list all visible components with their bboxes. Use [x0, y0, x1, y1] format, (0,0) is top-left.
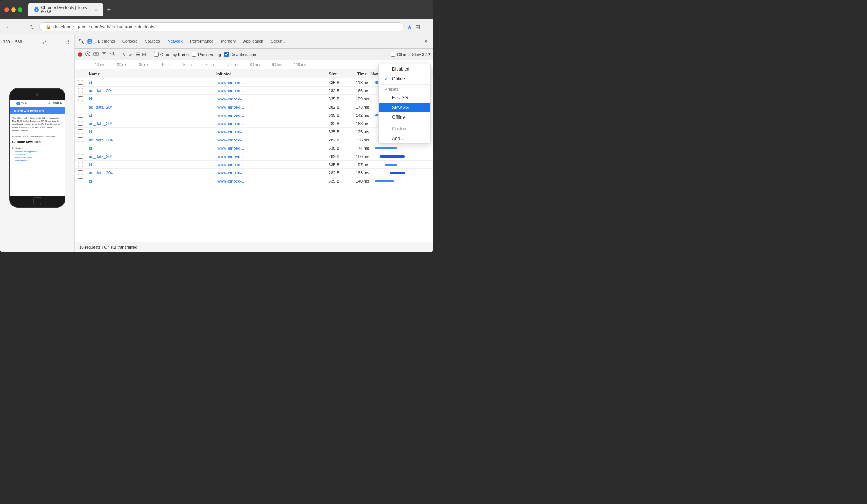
row-checkbox[interactable]: [75, 137, 86, 142]
row-initiator[interactable]: www-embed-…: [214, 130, 312, 134]
mobile-more-button[interactable]: ⋮: [66, 39, 71, 45]
tab-sources[interactable]: Sources: [141, 37, 164, 46]
group-by-frame-checkbox-label[interactable]: Group by frame: [154, 52, 189, 57]
timeline-mark-0: 10 ms: [89, 63, 111, 67]
row-initiator[interactable]: www-embed-…: [214, 171, 312, 175]
row-name[interactable]: ad_data_204: [86, 88, 214, 93]
menu-icon[interactable]: ⋮: [423, 24, 429, 31]
table-row[interactable]: id www-embed-… 635 B 74 ms: [75, 144, 434, 152]
maximize-traffic-light[interactable]: [18, 7, 22, 12]
active-tab[interactable]: G Chrome DevTools | Tools for W ×: [28, 3, 103, 16]
inspect-element-icon[interactable]: [78, 38, 85, 45]
address-bar[interactable]: 🔒 developers.google.com/web/tools/chrome…: [39, 22, 404, 31]
group-by-frame-checkbox[interactable]: [154, 52, 159, 57]
row-initiator[interactable]: www-embed-…: [214, 105, 312, 109]
row-name[interactable]: id: [86, 162, 214, 167]
clear-button[interactable]: [85, 51, 90, 57]
row-initiator[interactable]: www-embed-…: [214, 154, 312, 159]
disable-cache-checkbox-label[interactable]: Disable cache: [224, 52, 256, 57]
row-name[interactable]: ad_data_204: [86, 105, 214, 109]
screenshot-button[interactable]: [93, 51, 99, 57]
row-checkbox[interactable]: [75, 88, 86, 93]
table-row[interactable]: ad_data_204 www-embed-… 282 B 180 ms: [75, 152, 434, 161]
throttle-item-offline[interactable]: Offline: [379, 112, 430, 122]
minimize-traffic-light[interactable]: [11, 7, 16, 12]
row-name[interactable]: id: [86, 113, 214, 118]
tab-performance[interactable]: Performance: [186, 37, 217, 46]
row-checkbox[interactable]: [75, 129, 86, 134]
row-waterfall: [372, 144, 434, 152]
disable-cache-checkbox[interactable]: [224, 52, 229, 57]
row-checkbox[interactable]: [75, 146, 86, 150]
row-name[interactable]: id: [86, 130, 214, 134]
row-initiator[interactable]: www-embed-…: [214, 146, 312, 150]
tree-view-icon[interactable]: ⊞: [142, 52, 146, 57]
forward-button[interactable]: →: [16, 22, 25, 32]
bookmark-icon[interactable]: ★: [407, 24, 412, 31]
row-name[interactable]: ad_data_204: [86, 121, 214, 126]
record-button[interactable]: [78, 52, 82, 57]
header-size[interactable]: Size: [310, 72, 340, 76]
tab-close-button[interactable]: ×: [95, 8, 97, 12]
header-time[interactable]: Time: [340, 72, 370, 76]
row-checkbox[interactable]: [75, 96, 86, 101]
row-initiator[interactable]: www-embed-…: [214, 113, 312, 118]
table-row[interactable]: id www-embed-… 635 B 140 ms: [75, 177, 434, 185]
tab-elements[interactable]: Elements: [94, 37, 119, 46]
row-checkbox[interactable]: [75, 178, 86, 183]
row-initiator[interactable]: www-embed-…: [214, 179, 312, 183]
filter-button[interactable]: [102, 51, 107, 57]
table-row[interactable]: ad_data_204 www-embed-… 282 B 163 ms: [75, 169, 434, 177]
row-checkbox[interactable]: [75, 121, 86, 126]
row-checkbox[interactable]: [75, 162, 86, 167]
list-view-icon[interactable]: ☰: [136, 52, 140, 57]
offline-checkbox-label[interactable]: Offlin…: [391, 52, 410, 57]
preserve-log-checkbox[interactable]: [192, 52, 196, 57]
cast-icon[interactable]: ⊟: [415, 24, 420, 31]
offline-checkbox[interactable]: [391, 52, 395, 57]
tab-application[interactable]: Application: [240, 37, 267, 46]
row-initiator[interactable]: www-embed-…: [214, 97, 312, 101]
search-button[interactable]: [110, 51, 115, 57]
row-checkbox[interactable]: [75, 170, 86, 175]
row-checkbox[interactable]: [75, 154, 86, 159]
row-initiator[interactable]: www-embed-…: [214, 138, 312, 142]
close-traffic-light[interactable]: [4, 7, 9, 12]
preserve-log-checkbox-label[interactable]: Preserve log: [192, 52, 221, 57]
throttle-item-online[interactable]: ✓ Online: [379, 74, 430, 84]
row-name[interactable]: ad_data_204: [86, 138, 214, 142]
back-button[interactable]: ←: [4, 22, 13, 32]
tab-console[interactable]: Console: [119, 37, 141, 46]
row-name[interactable]: ad_data_204: [86, 171, 214, 175]
throttle-dropdown[interactable]: Slow 3G ▾: [412, 52, 431, 57]
device-toolbar-icon[interactable]: [86, 38, 93, 45]
row-checkbox[interactable]: [75, 80, 86, 85]
throttle-disabled-label: Disabled: [392, 66, 410, 72]
rotate-button[interactable]: ⇄: [43, 40, 46, 44]
devtools-close-button[interactable]: ×: [421, 38, 431, 45]
refresh-button[interactable]: ↻: [28, 22, 36, 32]
throttle-item-slow3g[interactable]: Slow 3G: [379, 103, 430, 112]
new-tab-button[interactable]: +: [105, 6, 113, 14]
tab-memory[interactable]: Memory: [217, 37, 240, 46]
throttle-item-fast3g[interactable]: Fast 3G: [379, 93, 430, 103]
row-name[interactable]: id: [86, 97, 214, 101]
throttle-item-disabled[interactable]: Disabled: [379, 64, 430, 74]
row-checkbox[interactable]: [75, 113, 86, 118]
row-initiator[interactable]: www-embed-…: [214, 162, 312, 167]
header-initiator[interactable]: Initiator: [213, 72, 310, 76]
row-checkbox[interactable]: [75, 105, 86, 109]
phone-hero: Tools for Web Developers: [10, 107, 65, 114]
row-name[interactable]: id: [86, 80, 214, 85]
table-row[interactable]: id www-embed-… 635 B 97 ms: [75, 161, 434, 169]
row-name[interactable]: id: [86, 146, 214, 150]
row-initiator[interactable]: www-embed-…: [214, 80, 312, 85]
row-initiator[interactable]: www-embed-…: [214, 121, 312, 126]
header-name[interactable]: Name: [86, 72, 213, 76]
row-name[interactable]: ad_data_204: [86, 154, 214, 159]
tab-security[interactable]: Securi…: [267, 37, 290, 46]
tab-network[interactable]: Network: [164, 37, 186, 46]
row-initiator[interactable]: www-embed-…: [214, 88, 312, 93]
row-name[interactable]: id: [86, 179, 214, 183]
throttle-item-add[interactable]: Add…: [379, 134, 430, 143]
